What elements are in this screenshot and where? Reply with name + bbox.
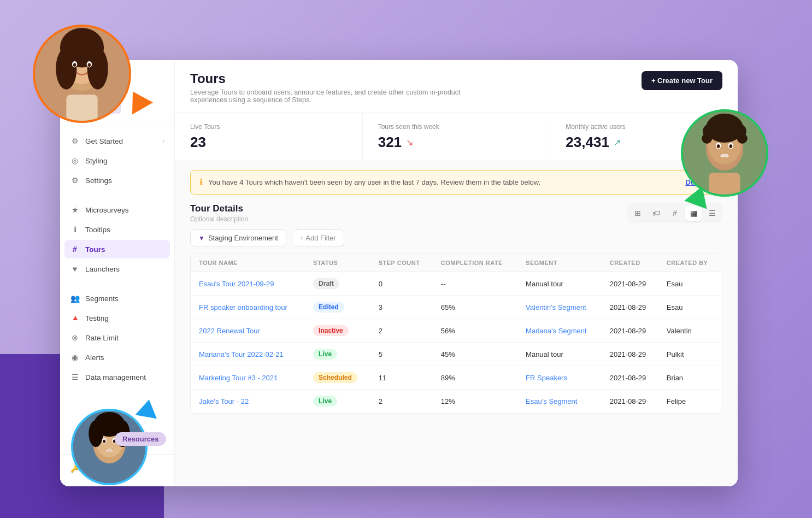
- avatar-blue: [71, 409, 148, 485]
- cell-created: 2021-08-29: [602, 366, 659, 390]
- cell-segment: Esau's Segment: [518, 390, 602, 413]
- resources-label[interactable]: Resources: [115, 432, 166, 446]
- view-table-btn[interactable]: ▦: [685, 205, 702, 221]
- tour-name-link[interactable]: Marketing Tour #3 - 2021: [199, 374, 278, 382]
- cell-segment: Mariana's Segment: [518, 319, 602, 343]
- alert-icon: ℹ: [199, 177, 203, 187]
- cell-completion-rate: 65%: [433, 296, 518, 319]
- col-tour-name: TOUR NAME: [191, 254, 306, 272]
- cell-created-by: Esau: [659, 272, 722, 296]
- cell-created-by: Pulkit: [659, 343, 722, 366]
- segment-link[interactable]: Esau's Segment: [526, 397, 577, 405]
- cell-created-by: Brian: [659, 366, 722, 390]
- create-tour-button[interactable]: + Create new Tour: [642, 71, 722, 90]
- filter-row: ▼ Staging Environement + Add Filter: [190, 229, 722, 246]
- stat-live-tours-value: 23: [190, 134, 206, 151]
- col-created: CREATED: [602, 254, 659, 272]
- view-hash-btn[interactable]: #: [667, 205, 683, 221]
- view-tag-btn[interactable]: 🏷: [648, 205, 664, 221]
- add-filter-btn[interactable]: + Add Filter: [292, 229, 344, 246]
- alert-banner: ℹ You have 4 Tours which haven't been se…: [190, 170, 722, 195]
- alerts-icon: ◉: [70, 352, 80, 362]
- stat-live-tours: Live Tours 23: [175, 113, 363, 161]
- filter-funnel-icon: ▼: [198, 234, 205, 242]
- status-badge: Edited: [313, 302, 344, 313]
- sidebar-item-launchers[interactable]: ♥ Launchers: [64, 260, 170, 278]
- status-badge: Live: [313, 396, 337, 407]
- main-content: Tours Leverage Tours to onboard users, a…: [175, 60, 738, 486]
- svg-point-5: [87, 48, 108, 89]
- svg-point-8: [73, 63, 77, 67]
- trend-up-icon: ↗: [614, 137, 621, 148]
- sidebar-item-segments[interactable]: 👥 Segments: [64, 289, 170, 308]
- cell-created-by: Valentin: [659, 319, 722, 343]
- sidebar-item-settings[interactable]: ⚙ Settings: [64, 171, 170, 190]
- tour-name-link[interactable]: Esau's Tour 2021-09-29: [199, 280, 274, 288]
- stats-row: Live Tours 23 Tours seen this week 321 ↘…: [175, 113, 738, 161]
- cell-completion-rate: 12%: [433, 390, 518, 413]
- segments-icon: 👥: [70, 293, 80, 303]
- microsurveys-icon: ★: [70, 205, 80, 215]
- tour-name-link[interactable]: FR speaker onboarding tour: [199, 303, 287, 311]
- sidebar-item-alerts[interactable]: ◉ Alerts: [64, 348, 170, 367]
- stat-tours-seen-value-row: 321 ↘: [378, 134, 535, 151]
- cell-step-count: 2: [371, 390, 433, 413]
- cell-created: 2021-08-29: [602, 319, 659, 343]
- divider-top: [60, 127, 174, 127]
- svg-point-21: [717, 144, 720, 148]
- cell-created: 2021-08-29: [602, 272, 659, 296]
- segment-link[interactable]: Valentin's Segment: [526, 303, 586, 311]
- cell-step-count: 11: [371, 366, 433, 390]
- cell-tour-name: Mariana's Tour 2022-02-21: [191, 343, 306, 366]
- cell-tour-name: Jake's Tour - 22: [191, 390, 306, 413]
- sidebar-item-get-started[interactable]: ⚙ Get Started ›: [64, 132, 170, 150]
- sidebar-item-microsurveys[interactable]: ★ Microsurveys: [64, 201, 170, 219]
- staging-filter-btn[interactable]: ▼ Staging Environement: [190, 229, 286, 246]
- avatar-orange: [33, 25, 131, 123]
- sidebar-item-styling[interactable]: ◎ Styling: [64, 151, 170, 170]
- sidebar-item-testing[interactable]: 🔺 Testing: [64, 309, 170, 327]
- tours-table-wrapper: TOUR NAME STATUS STEP COUNT COMPLETION R…: [190, 253, 722, 414]
- view-grid-btn[interactable]: ⊞: [629, 205, 646, 221]
- segment-link[interactable]: FR Speakers: [526, 374, 567, 382]
- status-badge: Draft: [313, 278, 339, 289]
- cell-tour-name: Esau's Tour 2021-09-29: [191, 272, 306, 296]
- svg-point-4: [56, 48, 77, 89]
- svg-point-17: [702, 133, 712, 144]
- testing-icon: 🔺: [70, 313, 80, 323]
- chevron-right-icon: ›: [162, 138, 164, 144]
- tour-details-title: Tour Details: [190, 203, 248, 214]
- col-created-by: CREATED BY: [659, 254, 722, 272]
- table-row: Mariana's Tour 2022-02-21 Live 5 45% Man…: [191, 343, 722, 366]
- svg-point-33: [103, 440, 105, 443]
- status-badge: Scheduled: [313, 372, 357, 383]
- cell-status: Scheduled: [305, 366, 371, 390]
- sidebar-item-tours[interactable]: # Tours: [64, 240, 170, 258]
- page-title: Tours: [190, 71, 496, 86]
- view-controls: ⊞ 🏷 # ▦ ☰: [627, 203, 722, 223]
- cell-step-count: 5: [371, 343, 433, 366]
- sidebar-item-rate-limit[interactable]: ⊗ Rate Limit: [64, 328, 170, 347]
- cell-tour-name: FR speaker onboarding tour: [191, 296, 306, 319]
- col-step-count: STEP COUNT: [371, 254, 433, 272]
- tour-name-link[interactable]: 2022 Renewal Tour: [199, 327, 260, 335]
- segment-text: Manual tour: [526, 350, 563, 358]
- tour-name-link[interactable]: Mariana's Tour 2022-02-21: [199, 350, 284, 358]
- sidebar-item-tooltips[interactable]: ℹ Tooltips: [64, 220, 170, 239]
- cell-status: Live: [305, 390, 371, 413]
- cell-created: 2021-08-29: [602, 296, 659, 319]
- cell-completion-rate: 56%: [433, 319, 518, 343]
- cell-created: 2021-08-29: [602, 343, 659, 366]
- tour-name-link[interactable]: Jake's Tour - 22: [199, 397, 249, 405]
- segment-link[interactable]: Mariana's Segment: [526, 327, 587, 335]
- cell-segment: Valentin's Segment: [518, 296, 602, 319]
- cell-tour-name: Marketing Tour #3 - 2021: [191, 366, 306, 390]
- header-text: Tours Leverage Tours to onboard users, a…: [190, 71, 496, 104]
- alert-left: ℹ You have 4 Tours which haven't been se…: [199, 177, 540, 187]
- sidebar-item-data-management[interactable]: ☰ Data management: [64, 368, 170, 386]
- tours-table: TOUR NAME STATUS STEP COUNT COMPLETION R…: [191, 254, 722, 413]
- table-row: Esau's Tour 2021-09-29 Draft 0 -- Manual…: [191, 272, 722, 296]
- stat-live-tours-label: Live Tours: [190, 123, 347, 131]
- cell-completion-rate: 45%: [433, 343, 518, 366]
- alert-text: You have 4 Tours which haven't been seen…: [208, 178, 540, 186]
